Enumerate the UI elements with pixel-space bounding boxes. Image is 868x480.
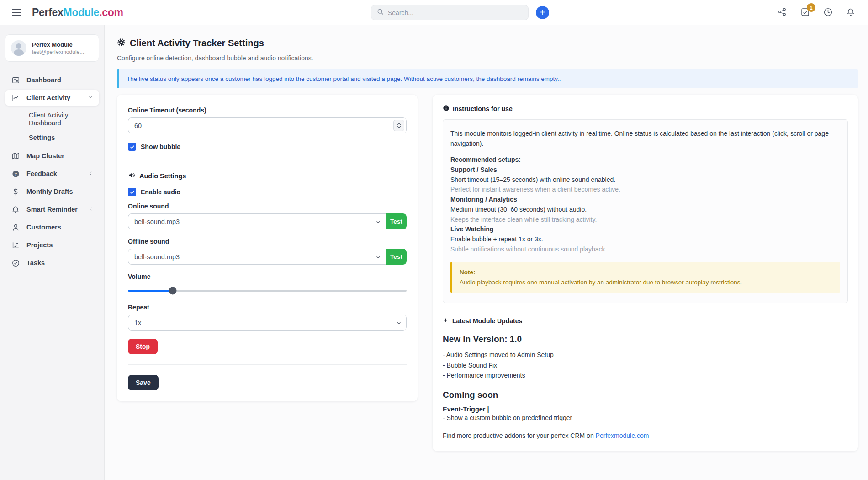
page-title: Client Activity Tracker Settings — [130, 38, 264, 48]
test-online-sound-button[interactable]: Test — [386, 213, 407, 229]
clock-icon[interactable] — [823, 7, 833, 17]
profile-card[interactable]: Perfex Module test@perfexmodule.... — [5, 34, 99, 62]
setup-note: Keeps the interface clean while still tr… — [450, 215, 840, 225]
save-button[interactable]: Save — [128, 375, 159, 390]
notification-count-badge: 1 — [807, 3, 815, 12]
avatar — [11, 40, 26, 56]
timeout-input[interactable] — [128, 117, 407, 133]
sidebar-item-dashboard[interactable]: Dashboard — [5, 72, 99, 88]
bell-icon[interactable] — [846, 7, 856, 17]
setup-detail: Medium timeout (30–60 seconds) without a… — [450, 205, 840, 215]
top-navbar: PerfexModule.com + 1 — [0, 0, 868, 25]
sidebar-item-client-activity[interactable]: Client Activity — [5, 90, 99, 106]
show-bubble-label: Show bubble — [141, 143, 180, 150]
quick-add-button[interactable]: + — [536, 6, 549, 19]
volume-slider[interactable] — [128, 290, 407, 292]
checkbox-checked-icon[interactable] — [128, 143, 136, 151]
sidebar-item-label: Tasks — [26, 259, 45, 267]
coming-soon-title: Coming soon — [443, 390, 848, 400]
number-stepper[interactable] — [393, 120, 404, 131]
info-card: Instructions for use This module monitor… — [433, 95, 858, 451]
question-circle-icon: ? — [11, 169, 20, 178]
main-content: Client Activity Tracker Settings Configu… — [105, 25, 868, 480]
app-logo[interactable]: PerfexModule.com — [32, 6, 123, 19]
online-sound-label: Online sound — [128, 203, 407, 210]
enable-audio-checkbox-row[interactable]: Enable audio — [128, 188, 407, 196]
sidebar-subitem-client-activity-dashboard[interactable]: Client Activity Dashboard — [29, 109, 79, 129]
recommended-title: Recommended setups: — [450, 155, 840, 165]
sidebar: Perfex Module test@perfexmodule.... Dash… — [0, 25, 105, 480]
svg-text:?: ? — [14, 171, 17, 176]
sidebar-item-label: Customers — [26, 224, 61, 231]
sidebar-item-projects[interactable]: Projects — [5, 237, 99, 253]
version-item: - Audio Settings moved to Admin Setup — [443, 350, 848, 360]
repeat-label: Repeat — [128, 304, 407, 311]
search-input[interactable] — [388, 9, 523, 16]
setup-detail: Enable bubble + repeat 1x or 3x. — [450, 235, 840, 245]
autoplay-note: Note: Audio playback requires one manual… — [450, 262, 840, 293]
instructions-title: Instructions for use — [453, 105, 513, 112]
gear-icon — [117, 38, 126, 48]
sidebar-item-label: Projects — [26, 241, 53, 249]
divider — [128, 364, 407, 365]
image-icon — [11, 75, 20, 85]
note-text: Audio playback requires one manual activ… — [460, 277, 833, 288]
test-offline-sound-button[interactable]: Test — [386, 249, 407, 265]
setup-name: Live Watching — [450, 224, 840, 235]
page-subtitle: Configure online detection, dashboard bu… — [117, 54, 858, 62]
repeat-select[interactable]: 1x — [128, 315, 407, 331]
bar-chart-icon — [11, 240, 20, 250]
offline-sound-label: Offline sound — [128, 238, 407, 245]
logo-part-module: Module — [64, 6, 100, 18]
chevron-down-icon — [87, 94, 93, 101]
dollar-icon — [11, 187, 20, 196]
bell-outline-icon — [11, 205, 20, 214]
timeout-label: Online Timeout (seconds) — [128, 107, 407, 114]
logo-part-com: .com — [99, 6, 123, 18]
sidebar-item-label: Dashboard — [26, 76, 61, 84]
speaker-icon — [128, 171, 136, 181]
sidebar-item-label: Feedback — [26, 170, 57, 177]
sidebar-item-map-cluster[interactable]: Map Cluster — [5, 148, 99, 164]
offline-sound-select[interactable]: bell-sound.mp3 — [128, 249, 386, 265]
instructions-box: This module monitors logged-in client ac… — [443, 119, 848, 303]
map-icon — [11, 151, 20, 160]
sidebar-item-smart-reminder[interactable]: Smart Reminder — [5, 201, 99, 218]
person-icon — [11, 223, 20, 232]
sidebar-item-feedback[interactable]: ? Feedback — [5, 165, 99, 182]
setup-note: Subtle notifications without continuous … — [450, 245, 840, 255]
profile-name: Perfex Module — [32, 41, 86, 48]
enable-audio-label: Enable audio — [141, 188, 180, 196]
sidebar-subitem-settings[interactable]: Settings — [29, 132, 99, 144]
sidebar-item-customers[interactable]: Customers — [5, 219, 99, 235]
coming-item: - Show a custom bubble on predefined tri… — [443, 413, 848, 423]
checkbox-checked-icon[interactable] — [128, 188, 136, 196]
menu-icon[interactable] — [12, 9, 21, 16]
sidebar-item-monthly-drafts[interactable]: Monthly Drafts — [5, 183, 99, 200]
search-box[interactable] — [371, 5, 529, 20]
setup-name: Support / Sales — [450, 165, 840, 175]
logo-part-perfex: Perfex — [32, 6, 64, 18]
volume-fill — [128, 290, 173, 292]
share-icon[interactable] — [778, 7, 788, 17]
version-item: - Performance improvements — [443, 370, 848, 380]
coming-feature: Event-Trigger | — [443, 405, 848, 413]
sidebar-item-label: Smart Reminder — [26, 206, 78, 213]
info-icon — [443, 105, 450, 113]
check-circle-icon — [11, 258, 20, 267]
updates-title: Latest Module Updates — [452, 317, 522, 325]
perfexmodule-link[interactable]: Perfexmodule.com — [596, 432, 649, 439]
info-alert: The live status only appears once a cust… — [117, 69, 858, 88]
footer-line: Find more productive addons for your per… — [443, 432, 848, 439]
setup-detail: Short timeout (15–25 seconds) with onlin… — [450, 175, 840, 185]
sidebar-item-tasks[interactable]: Tasks — [5, 255, 99, 271]
chart-line-icon — [11, 93, 20, 102]
search-icon — [377, 8, 384, 17]
tasks-check-icon[interactable]: 1 — [800, 7, 810, 17]
online-sound-select[interactable]: bell-sound.mp3 — [128, 213, 386, 229]
footer-text: Find more productive addons for your per… — [443, 432, 596, 439]
stop-button[interactable]: Stop — [128, 339, 158, 354]
audio-settings-label: Audio Settings — [139, 172, 186, 180]
volume-thumb[interactable] — [169, 287, 176, 295]
show-bubble-checkbox-row[interactable]: Show bubble — [128, 143, 407, 151]
